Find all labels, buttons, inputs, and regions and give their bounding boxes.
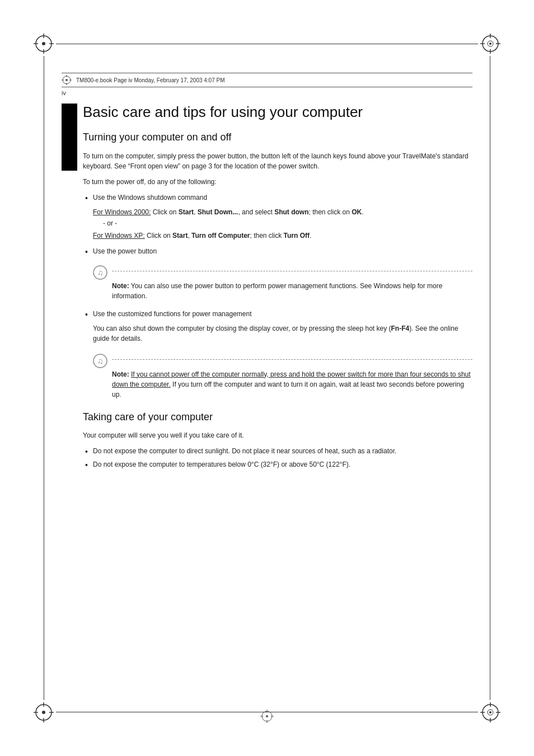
bullet-list-3: Use the customized functions for power m… — [83, 309, 472, 319]
section2-title: Taking care of your computer — [83, 411, 472, 424]
reg-mark-bl — [34, 702, 54, 722]
header-text: TM800-e.book Page iv Monday, February 17… — [76, 77, 225, 83]
note1-header-row: ♫ — [93, 264, 472, 280]
bottom-center-cross — [260, 710, 274, 725]
windows2000-text: For Windows 2000: Click on Start, Shut D… — [93, 207, 472, 217]
section2-bullet-list: Do not expose the computer to direct sun… — [83, 446, 472, 469]
bullet-list-2: Use the power button — [83, 246, 472, 256]
windows2000-text3: ; then click on — [308, 208, 352, 216]
svg-text:♫: ♫ — [97, 269, 104, 277]
section2-intro: Your computer will serve you well if you… — [83, 430, 472, 440]
note-box-1: ♫ Note: You can also use the power butto… — [93, 261, 472, 304]
windowsxp-text1: Click on — [147, 232, 172, 240]
bullet-item-3: Use the customized functions for power m… — [83, 309, 472, 319]
border-line-top — [56, 44, 478, 44]
windowsxp-text2: ; then click — [250, 232, 284, 240]
windows2000-period: . — [362, 208, 363, 216]
windows2000-text2: , and select — [238, 208, 274, 216]
reg-mark-br — [480, 702, 500, 722]
or-text: - or - — [93, 219, 472, 227]
bullet-item-3-text: Use the customized functions for power m… — [93, 310, 251, 318]
section2-bullet-2: Do not expose the computer to temperatur… — [83, 459, 472, 469]
windows2000-shutdownopt: Shut down — [274, 208, 308, 216]
sidebar-block — [62, 104, 77, 171]
note2-content: Note: If you cannot power off the comput… — [93, 369, 472, 400]
bullet-item-2: Use the power button — [83, 246, 472, 256]
reg-mark-tl — [34, 34, 54, 54]
section2-bullet-1: Do not expose the computer to direct sun… — [83, 446, 472, 456]
section1-para2: To turn the power off, do any of the fol… — [83, 177, 472, 187]
note1-text: You can also use the power button to per… — [112, 282, 442, 300]
customfuncs-fnf4: Fn-F4 — [391, 325, 410, 332]
main-title: Basic care and tips for using your compu… — [83, 104, 472, 121]
note1-icon: ♫ — [93, 265, 107, 280]
header-crosshair-icon — [62, 75, 72, 85]
section1-para1: To turn on the computer, simply press th… — [83, 151, 472, 171]
note2-dash-line — [112, 359, 472, 360]
bullet-list-1: Use the Windows shutdown command — [83, 192, 472, 203]
note1-label: Note: — [112, 282, 129, 290]
windowsxp-text: For Windows XP: Click on Start, Turn off… — [93, 231, 472, 241]
bullet-item-1-text: Use the Windows shutdown command — [93, 194, 207, 201]
svg-point-27 — [65, 79, 68, 81]
note-box-2: ♫ Note: If you cannot power off the comp… — [93, 349, 472, 403]
svg-point-8 — [489, 43, 491, 45]
windowsxp-turnoff: Turn off Computer — [191, 232, 250, 240]
content-area: Basic care and tips for using your compu… — [83, 104, 472, 474]
windowsxp-period: . — [310, 232, 311, 240]
windows2000-start: Start — [179, 208, 194, 216]
windows2000-label: For Windows 2000: — [93, 208, 151, 216]
bullet-item-2-text: Use the power button — [93, 247, 157, 255]
windowsxp-label: For Windows XP: — [93, 232, 145, 240]
customfuncs-block: You can also shut down the computer by c… — [83, 323, 472, 344]
border-line-right — [490, 56, 490, 700]
note2-header-row: ♫ — [93, 353, 472, 368]
note1-dash-line — [112, 271, 472, 271]
windowsxp-turnoffbtn: Turn Off — [284, 232, 310, 240]
customfuncs-text1: You can also shut down the computer by c… — [93, 325, 391, 332]
section1-title: Turning your computer on and off — [83, 131, 472, 144]
border-line-left — [44, 56, 44, 700]
page-number: iv — [62, 90, 66, 96]
windows2000-block: For Windows 2000: Click on Start, Shut D… — [83, 207, 472, 241]
customfuncs-para: You can also shut down the computer by c… — [93, 323, 472, 344]
svg-point-14 — [42, 711, 45, 714]
svg-point-37 — [266, 715, 268, 717]
windows2000-ok: OK — [352, 208, 362, 216]
svg-point-1 — [42, 42, 45, 45]
windowsxp-start: Start — [172, 232, 188, 240]
svg-text:♫: ♫ — [97, 357, 104, 365]
note1-content: Note: You can also use the power button … — [93, 281, 472, 301]
note2-label: Note: — [112, 370, 129, 378]
header-bar: TM800-e.book Page iv Monday, February 17… — [62, 73, 472, 87]
svg-point-21 — [489, 711, 491, 713]
page: TM800-e.book Page iv Monday, February 17… — [0, 0, 534, 756]
windows2000-text1: Click on — [153, 208, 179, 216]
note2-icon: ♫ — [93, 354, 107, 368]
bullet-item-1: Use the Windows shutdown command — [83, 192, 472, 203]
windows2000-shutdown: Shut Down... — [198, 208, 238, 216]
windows2000-comma1: , — [194, 208, 198, 216]
reg-mark-tr — [480, 34, 500, 54]
